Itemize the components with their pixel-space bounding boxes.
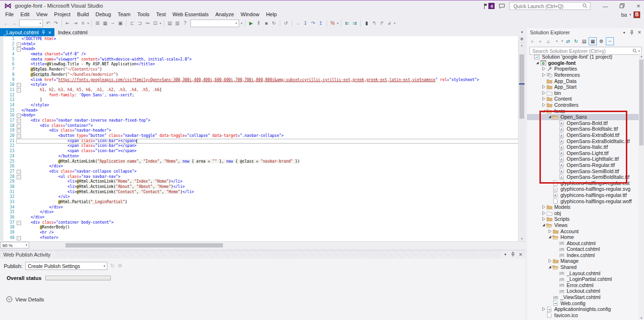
tree-item-google-font[interactable]: google-font: [527, 60, 639, 66]
avatar[interactable]: B: [633, 11, 640, 18]
image-icon[interactable]: ▣: [116, 20, 124, 27]
list-icon[interactable]: ≔: [144, 20, 151, 27]
signed-in-user[interactable]: ba: [621, 12, 627, 18]
new-file-icon[interactable]: ▤: [166, 20, 174, 27]
expander-collapsed-icon[interactable]: [541, 91, 546, 95]
code-line[interactable]: 14 </style>: [0, 103, 518, 108]
editor-horizontal-scrollbar[interactable]: 90 % ▾: [0, 241, 525, 248]
view-details-toggle[interactable]: View Details: [6, 296, 44, 302]
expander-expanded-icon[interactable]: [548, 235, 552, 239]
tree-item-glyphicons-halflings-regular-svg[interactable]: glyphicons-halflings-regular.svg: [527, 186, 639, 192]
code-line[interactable]: 39 <hr />: [0, 230, 518, 236]
code-line[interactable]: 24 </button>: [0, 154, 518, 159]
restart-icon[interactable]: ↻: [270, 20, 278, 27]
pause-icon[interactable]: ‖: [255, 20, 263, 27]
close-icon[interactable]: ×: [519, 252, 522, 257]
tree-item-opensans-extrabold-ttf[interactable]: AOpenSans-ExtraBold.ttf: [527, 132, 639, 138]
align-right-icon[interactable]: ⊐: [136, 20, 144, 27]
tree-item-open-sans[interactable]: Open_Sans: [527, 114, 639, 120]
tree-item-glyphicons-halflings-regular-ttf[interactable]: Aglyphicons-halflings-regular.ttf: [527, 192, 639, 198]
collapse-all-icon[interactable]: −: [606, 37, 614, 45]
publish-profile-dropdown[interactable]: Create Publish Settings ▾: [25, 262, 107, 270]
hyperlink-icon[interactable]: ∽: [109, 20, 116, 27]
code-line[interactable]: 8 @Scripts.Render("~/bundles/modernizr"): [0, 72, 518, 78]
toolbar-combo[interactable]: ▾: [190, 20, 239, 27]
fold-marker[interactable]: −: [17, 114, 21, 118]
comment-icon[interactable]: ≡: [79, 20, 87, 27]
tree-item-models[interactable]: Models: [527, 204, 639, 210]
tree-item-applicationinsights-config[interactable]: ApplicationInsights.config: [527, 306, 639, 312]
tree-item-obj[interactable]: obj: [527, 210, 639, 216]
tree-item-viewstart-cshtml[interactable]: [@]_ViewStart.cshtml: [527, 294, 639, 300]
tree-item-opensans-italic-ttf[interactable]: AOpenSans-Italic.ttf: [527, 144, 639, 150]
navigate-forward-icon[interactable]: ●: [537, 38, 544, 45]
tag-navigate-left-icon[interactable]: ⇇: [343, 20, 351, 27]
code-line[interactable]: 31 <li>@Html.ActionLink("Contact", "Cont…: [0, 190, 518, 195]
expander-expanded-icon[interactable]: [548, 265, 552, 269]
continue-icon[interactable]: →: [294, 20, 302, 27]
fold-marker[interactable]: −: [17, 129, 21, 133]
tab-overflow-chevron-icon[interactable]: ▼: [520, 31, 524, 34]
fold-marker[interactable]: −: [17, 124, 21, 128]
scroll-up-icon[interactable]: ▲: [518, 43, 525, 48]
expander-collapsed-icon[interactable]: [541, 97, 546, 101]
tree-item-opensans-bolditalic-ttf[interactable]: AOpenSans-BoldItalic.ttf: [527, 126, 639, 132]
undo-icon[interactable]: ↺: [282, 20, 290, 27]
navigate-next-icon[interactable]: ↷: [52, 20, 60, 27]
tree-item-web-config[interactable]: Web.config: [527, 300, 639, 306]
bookmark-icon[interactable]: ▮: [363, 20, 370, 27]
panel-options-chevron-icon[interactable]: ▼: [623, 31, 626, 34]
solution-explorer-scrollbar[interactable]: ▲ ▼: [639, 54, 644, 320]
chevron-down-icon[interactable]: ▾: [159, 21, 161, 25]
code-line[interactable]: 30 <li>@Html.ActionLink("About", "About"…: [0, 185, 518, 190]
code-line[interactable]: 16−<body>: [0, 113, 518, 118]
code-line[interactable]: 37− <div class="container body-content">: [0, 220, 518, 226]
pending-changes-filter-icon[interactable]: ◔: [553, 38, 560, 45]
sync-with-active-document-icon[interactable]: ⇄: [564, 38, 571, 45]
tree-item-error-cshtml[interactable]: [@]Error.cshtml: [527, 282, 639, 289]
menu-project[interactable]: Project: [51, 11, 74, 18]
user-chevron-down-icon[interactable]: ▾: [629, 13, 631, 17]
expander-collapsed-icon[interactable]: [541, 103, 546, 107]
tag-navigate-right-icon[interactable]: ⇉: [351, 20, 359, 27]
code-line[interactable]: 2−<html>: [0, 42, 518, 47]
navigate-back-icon[interactable]: ●: [528, 38, 536, 45]
bookmark-next-icon[interactable]: ↱: [378, 20, 386, 27]
expander-collapsed-icon[interactable]: [548, 229, 552, 233]
solution-search-input[interactable]: [531, 48, 633, 54]
tree-item-references[interactable]: References: [527, 72, 639, 78]
expander-collapsed-icon[interactable]: [541, 85, 546, 89]
code-line[interactable]: 35 </div>: [0, 210, 518, 215]
code-line[interactable]: 5 <meta name="viewport" content="width=d…: [0, 57, 518, 62]
code-line[interactable]: 38 @RenderBody(): [0, 225, 518, 230]
scrollbar-thumb[interactable]: [519, 54, 524, 119]
expander-collapsed-icon[interactable]: [541, 211, 546, 215]
insert-table-icon[interactable]: ▦: [101, 20, 109, 27]
home-icon[interactable]: ⌂: [545, 38, 552, 45]
menu-analyze[interactable]: Analyze: [212, 11, 237, 18]
close-icon[interactable]: ×: [48, 30, 51, 35]
quick-launch-field[interactable]: [512, 3, 582, 10]
search-forward-icon[interactable]: →: [10, 20, 18, 27]
refresh-icon[interactable]: ↻: [572, 38, 580, 45]
menu-file[interactable]: File: [2, 11, 17, 18]
expander-expanded-icon[interactable]: [548, 115, 552, 119]
tree-item-layout-cshtml[interactable]: [@]_Layout.cshtml: [527, 270, 639, 276]
bookmark-previous-icon[interactable]: ↰: [370, 20, 378, 27]
code-line[interactable]: 1<!DOCTYPE html>: [0, 37, 518, 42]
expander-collapsed-icon[interactable]: [541, 217, 546, 221]
code-line[interactable]: 11− h1, h2, h3, h4, h5, h6, .h1, .h2, .h…: [0, 88, 518, 93]
chevron-down-icon[interactable]: ▾: [394, 21, 395, 25]
tree-item-account[interactable]: Account: [527, 228, 639, 234]
tree-item-opensans-light-ttf[interactable]: AOpenSans-Light.ttf: [527, 150, 639, 156]
tree-item-opensans-semibolditalic-ttf[interactable]: AOpenSans-SemiBoldItalic.ttf: [527, 174, 639, 180]
pin-icon[interactable]: [42, 30, 45, 35]
scroll-down-icon[interactable]: ▼: [639, 317, 644, 320]
tree-item-solution-google-font-1-project[interactable]: Solution 'google-font' (1 project): [527, 54, 639, 60]
expander-collapsed-icon[interactable]: [541, 67, 546, 71]
tree-item-glyphicons-halflings-regular-eot[interactable]: glyphicons-halflings-regular.eot: [527, 180, 639, 186]
fold-marker[interactable]: −: [17, 134, 21, 138]
toolbar-combo[interactable]: ▾: [19, 20, 43, 27]
tree-item-glyphicons-halflings-regular-woff[interactable]: glyphicons-halflings-regular.woff: [527, 198, 639, 204]
code-line[interactable]: 15</head>: [0, 108, 518, 114]
